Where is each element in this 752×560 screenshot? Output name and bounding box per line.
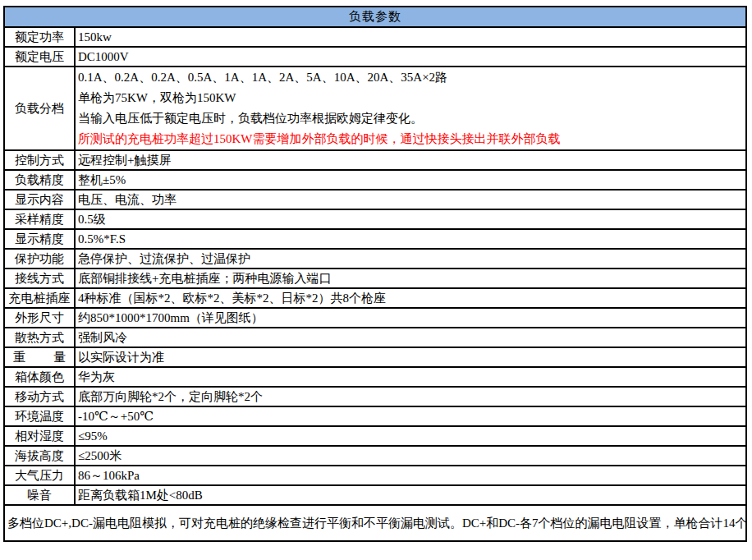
- row-value-ambient-temperature: -10℃～+50℃: [75, 406, 746, 426]
- row-value-sampling-accuracy: 0.5级: [75, 209, 746, 229]
- table-row: 保护功能 急停保护、过流保护、过温保护: [4, 249, 746, 269]
- row-value-wiring-mode: 底部铜排接线+充电桩插座；两种电源输入端口: [75, 269, 746, 288]
- row-label-weight: 重量: [4, 347, 75, 367]
- row-value-control-mode: 远程控制+触摸屏: [75, 150, 746, 170]
- row-value-load-steps: 0.1A、0.2A、0.2A、0.5A、1A、1A、2A、5A、10A、20A、…: [75, 67, 746, 150]
- table-row: 散热方式 强制风冷: [4, 328, 746, 347]
- row-label-cooling-mode: 散热方式: [4, 328, 75, 347]
- table-row: 外形尺寸 约850*1000*1700mm（详见图纸）: [4, 308, 746, 328]
- row-value-load-accuracy: 整机±5%: [75, 170, 746, 190]
- row-value-atmospheric-pressure: 86～106kPa: [75, 466, 746, 485]
- table-row: 显示精度 0.5%*F.S: [4, 229, 746, 249]
- table-row: 重量 以实际设计为准: [4, 347, 746, 367]
- row-value-cabinet-color: 华为灰: [75, 367, 746, 387]
- load-parameters-table: 负载参数 额定功率 150kw 额定电压 DC1000V 负载分档 0.1A、0…: [3, 6, 747, 542]
- table-row: 控制方式 远程控制+触摸屏: [4, 150, 746, 170]
- row-value-noise: 距离负载箱1M处<80dB: [75, 485, 746, 505]
- row-value-rated-voltage: DC1000V: [75, 47, 746, 67]
- table-row: 箱体颜色 华为灰: [4, 367, 746, 387]
- row-value-relative-humidity: ≤95%: [75, 426, 746, 446]
- load-steps-line-2: 单枪为75KW，双枪为150KW: [78, 88, 744, 108]
- table-row: 显示内容 电压、电流、功率: [4, 190, 746, 209]
- load-steps-line-3: 当输入电压低于额定电压时，负载档位功率根据欧姆定律变化。: [78, 108, 744, 129]
- row-label-wiring-mode: 接线方式: [4, 269, 75, 288]
- table-row: 移动方式 底部万向脚轮*2个，定向脚轮*2个: [4, 387, 746, 406]
- row-label-dimensions: 外形尺寸: [4, 308, 75, 328]
- row-label-atmospheric-pressure: 大气压力: [4, 466, 75, 485]
- load-steps-warning-text: 所测试的充电桩功率超过150KW需要增加外部负载的时候，通过快接头接出并联外部负…: [78, 129, 744, 149]
- row-value-dimensions: 约850*1000*1700mm（详见图纸）: [75, 308, 746, 328]
- spec-sheet: 负载参数 额定功率 150kw 额定电压 DC1000V 负载分档 0.1A、0…: [3, 6, 747, 542]
- load-steps-line-1: 0.1A、0.2A、0.2A、0.5A、1A、1A、2A、5A、10A、20A、…: [78, 67, 744, 88]
- table-title: 负载参数: [4, 7, 746, 27]
- row-label-protection: 保护功能: [4, 249, 75, 269]
- table-row: 负载精度 整机±5%: [4, 170, 746, 190]
- row-label-altitude: 海拔高度: [4, 446, 75, 466]
- table-footer-row: 多档位DC+,DC-漏电电阻模拟，可对充电桩的绝缘检查进行平衡和不平衡漏电测试。…: [4, 505, 746, 541]
- row-label-cabinet-color: 箱体颜色: [4, 367, 75, 387]
- table-row: 额定功率 150kw: [4, 27, 746, 47]
- table-row: 海拔高度 ≤2500米: [4, 446, 746, 466]
- table-row: 噪音 距离负载箱1M处<80dB: [4, 485, 746, 505]
- table-row: 负载分档 0.1A、0.2A、0.2A、0.5A、1A、1A、2A、5A、10A…: [4, 67, 746, 150]
- table-row: 环境温度 -10℃～+50℃: [4, 406, 746, 426]
- row-label-control-mode: 控制方式: [4, 150, 75, 170]
- row-value-protection: 急停保护、过流保护、过温保护: [75, 249, 746, 269]
- row-label-display-content: 显示内容: [4, 190, 75, 209]
- table-row: 采样精度 0.5级: [4, 209, 746, 229]
- row-label-load-steps: 负载分档: [4, 67, 75, 150]
- table-row: 相对湿度 ≤95%: [4, 426, 746, 446]
- row-value-mobility: 底部万向脚轮*2个，定向脚轮*2个: [75, 387, 746, 406]
- row-label-charger-sockets: 充电桩插座: [4, 288, 75, 308]
- row-value-cooling-mode: 强制风冷: [75, 328, 746, 347]
- row-label-display-accuracy: 显示精度: [4, 229, 75, 249]
- table-row: 充电桩插座 4种标准（国标*2、欧标*2、美标*2、日标*2）共8个枪座: [4, 288, 746, 308]
- table-row: 大气压力 86～106kPa: [4, 466, 746, 485]
- table-row: 额定电压 DC1000V: [4, 47, 746, 67]
- row-label-noise: 噪音: [4, 485, 75, 505]
- row-label-load-accuracy: 负载精度: [4, 170, 75, 190]
- row-value-weight: 以实际设计为准: [75, 347, 746, 367]
- row-label-ambient-temperature: 环境温度: [4, 406, 75, 426]
- row-value-charger-sockets: 4种标准（国标*2、欧标*2、美标*2、日标*2）共8个枪座: [75, 288, 746, 308]
- row-value-display-content: 电压、电流、功率: [75, 190, 746, 209]
- row-label-relative-humidity: 相对湿度: [4, 426, 75, 446]
- table-row: 接线方式 底部铜排接线+充电桩插座；两种电源输入端口: [4, 269, 746, 288]
- row-label-mobility: 移动方式: [4, 387, 75, 406]
- row-label-sampling-accuracy: 采样精度: [4, 209, 75, 229]
- row-value-altitude: ≤2500米: [75, 446, 746, 466]
- table-header-row: 负载参数: [4, 7, 746, 27]
- row-label-rated-voltage: 额定电压: [4, 47, 75, 67]
- row-value-display-accuracy: 0.5%*F.S: [75, 229, 746, 249]
- row-label-rated-power: 额定功率: [4, 27, 75, 47]
- row-value-rated-power: 150kw: [75, 27, 746, 47]
- footer-note: 多档位DC+,DC-漏电电阻模拟，可对充电桩的绝缘检查进行平衡和不平衡漏电测试。…: [4, 505, 746, 541]
